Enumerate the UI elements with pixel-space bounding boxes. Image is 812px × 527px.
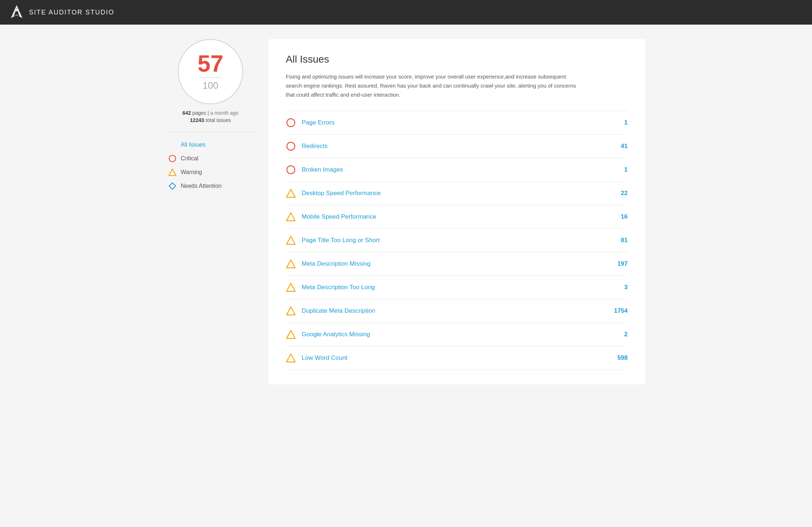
svg-marker-5 (169, 183, 176, 189)
issue-count-broken-images: 1 (606, 166, 628, 173)
issue-icon-meta-desc-missing (286, 259, 296, 269)
issues-list: Page Errors 1 Redirects 41 (286, 111, 628, 370)
issue-item-redirects[interactable]: Redirects 41 (286, 135, 628, 158)
svg-point-8 (287, 166, 295, 174)
pages-info: 642 pages | a month ago (167, 110, 254, 116)
svg-marker-12 (286, 260, 295, 268)
sidebar-divider (167, 132, 254, 132)
issue-label-desktop-speed[interactable]: Desktop Speed Performance (302, 190, 600, 197)
issue-label-broken-images[interactable]: Broken Images (302, 166, 600, 173)
time-ago: a month ago (210, 110, 238, 116)
pages-unit: pages (192, 110, 206, 116)
warning-icon (168, 168, 176, 176)
issue-count-redirects: 41 (606, 143, 628, 150)
issue-count-meta-desc-long: 3 (606, 284, 628, 291)
svg-marker-4 (169, 169, 176, 176)
svg-marker-15 (286, 330, 295, 338)
issue-item-page-errors[interactable]: Page Errors 1 (286, 111, 628, 135)
issue-count-desktop-speed: 22 (606, 190, 628, 197)
issue-icon-google-analytics (286, 329, 296, 340)
score-total: 100 (202, 80, 218, 91)
issue-item-broken-images[interactable]: Broken Images 1 (286, 158, 628, 182)
issue-icon-duplicate-meta (286, 306, 296, 316)
sidebar-label-all-issues: All Issues (181, 142, 205, 148)
sidebar-label-needs-attention: Needs Attention (181, 183, 222, 189)
total-issues-count: 12243 (190, 117, 204, 123)
content-area: All Issues Fixing and optimizing issues … (268, 39, 645, 384)
sidebar-label-critical: Critical (181, 155, 198, 162)
issue-count-page-title: 81 (606, 237, 628, 244)
sidebar-item-warning[interactable]: Warning (167, 165, 254, 179)
score-circle-container: 57 100 (167, 39, 254, 104)
svg-marker-13 (286, 283, 295, 291)
app-title: SITE AUDITOR STUDIO (29, 9, 114, 16)
issue-item-low-word-count[interactable]: Low Word Count 598 (286, 346, 628, 370)
svg-marker-10 (286, 213, 295, 221)
score-circle: 57 100 (178, 39, 243, 104)
logo: SITE AUDITOR STUDIO (9, 4, 114, 20)
issue-icon-desktop-speed (286, 188, 296, 198)
issue-label-page-title[interactable]: Page Title Too Long or Short (302, 237, 600, 244)
page-title: All Issues (286, 54, 628, 65)
issue-count-low-word-count: 598 (606, 354, 628, 362)
sidebar: 57 100 642 pages | a month ago 12243 tot… (167, 39, 268, 384)
sidebar-label-warning: Warning (181, 169, 202, 176)
attention-icon (168, 182, 176, 190)
sidebar-item-all-issues[interactable]: All Issues (167, 138, 254, 152)
issue-icon-mobile-speed (286, 212, 296, 222)
svg-marker-16 (286, 354, 295, 362)
score-value: 57 (197, 52, 223, 75)
issue-label-page-errors[interactable]: Page Errors (302, 119, 600, 126)
pages-count: 642 (183, 110, 191, 116)
sidebar-item-critical[interactable]: Critical (167, 152, 254, 165)
svg-marker-14 (286, 307, 295, 315)
content-description: Fixing and optimizing issues will increa… (286, 72, 583, 99)
sidebar-nav: All Issues Critical Warning (167, 138, 254, 193)
svg-marker-11 (286, 236, 295, 244)
issue-item-meta-desc-long[interactable]: Meta Description Too Long 3 (286, 276, 628, 299)
issue-count-duplicate-meta: 1754 (606, 307, 628, 315)
svg-point-3 (169, 155, 176, 162)
issue-label-duplicate-meta[interactable]: Duplicate Meta Description (302, 307, 600, 315)
main-container: 57 100 642 pages | a month ago 12243 tot… (152, 39, 660, 384)
issue-icon-low-word-count (286, 353, 296, 363)
issue-label-mobile-speed[interactable]: Mobile Speed Performance (302, 213, 600, 220)
all-issues-icon (168, 141, 176, 149)
issue-item-meta-desc-missing[interactable]: Meta Description Missing 197 (286, 252, 628, 276)
issue-icon-broken-images (286, 165, 296, 175)
issue-label-meta-desc-missing[interactable]: Meta Description Missing (302, 260, 600, 267)
issue-icon-meta-desc-long (286, 282, 296, 292)
issue-label-meta-desc-long[interactable]: Meta Description Too Long (302, 284, 600, 291)
issue-icon-page-title (286, 235, 296, 245)
issue-label-redirects[interactable]: Redirects (302, 143, 600, 150)
issue-count-meta-desc-missing: 197 (606, 260, 628, 267)
raven-logo-icon (9, 4, 25, 20)
site-meta: 642 pages | a month ago 12243 total issu… (167, 110, 254, 123)
issue-count-page-errors: 1 (606, 119, 628, 126)
issue-count-mobile-speed: 16 (606, 213, 628, 220)
svg-point-6 (287, 119, 295, 127)
total-issues: 12243 total issues (167, 117, 254, 123)
issue-item-mobile-speed[interactable]: Mobile Speed Performance 16 (286, 205, 628, 229)
critical-icon (168, 155, 176, 163)
sidebar-item-needs-attention[interactable]: Needs Attention (167, 179, 254, 193)
issue-count-google-analytics: 2 (606, 331, 628, 338)
svg-point-7 (287, 142, 295, 150)
issue-label-low-word-count[interactable]: Low Word Count (302, 354, 600, 362)
issue-item-google-analytics[interactable]: Google Analytics Missing 2 (286, 323, 628, 346)
issue-icon-critical (286, 118, 296, 128)
svg-marker-9 (286, 189, 295, 197)
issue-item-duplicate-meta[interactable]: Duplicate Meta Description 1754 (286, 299, 628, 323)
issue-item-desktop-speed[interactable]: Desktop Speed Performance 22 (286, 182, 628, 205)
issue-item-page-title[interactable]: Page Title Too Long or Short 81 (286, 229, 628, 252)
score-divider (200, 77, 221, 78)
app-header: SITE AUDITOR STUDIO (0, 0, 812, 25)
issue-icon-redirects (286, 141, 296, 151)
total-issues-label-text: total issues (205, 117, 231, 123)
issue-label-google-analytics[interactable]: Google Analytics Missing (302, 331, 600, 338)
svg-point-2 (16, 9, 18, 11)
